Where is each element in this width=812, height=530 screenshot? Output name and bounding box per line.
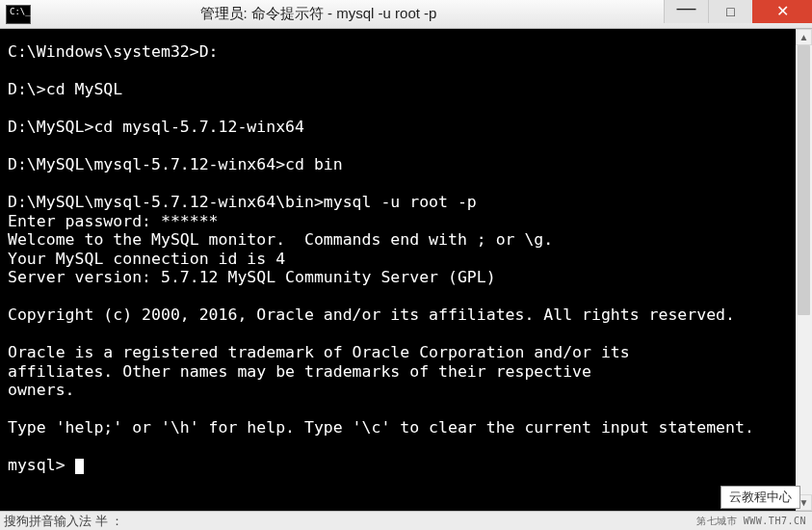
close-button[interactable]: ✕ <box>752 0 812 23</box>
terminal-line: C:\Windows\system32>D: <box>8 42 794 62</box>
terminal-line <box>8 62 794 81</box>
terminal-line: Server version: 5.7.12 MySQL Community S… <box>8 268 794 287</box>
window-controls: — □ ✕ <box>664 0 812 29</box>
maximize-button[interactable]: □ <box>708 0 752 23</box>
terminal-line: Welcome to the MySQL monitor. Commands e… <box>8 230 794 250</box>
terminal-line: Type 'help;' or '\h' for help. Type '\c'… <box>8 418 794 437</box>
terminal-line: Oracle is a registered trademark of Orac… <box>8 343 794 362</box>
scroll-up-button[interactable]: ▲ <box>796 29 812 45</box>
ime-text: 搜狗拼音输入法 半 ： <box>4 512 123 530</box>
ime-status-bar: 搜狗拼音输入法 半 ： <box>0 511 812 530</box>
terminal-line: Your MySQL connection id is 4 <box>8 250 794 269</box>
terminal-line <box>8 325 794 344</box>
scrollbar[interactable]: ▲ ▼ <box>796 29 812 511</box>
terminal-line <box>8 287 794 306</box>
terminal-area: C:\Windows\system32>D:D:\>cd MySQLD:\MyS… <box>0 29 812 511</box>
minimize-button[interactable]: — <box>664 0 708 23</box>
scrollbar-track[interactable] <box>796 45 812 494</box>
terminal-line <box>8 437 794 457</box>
footer-credit: 第七城市 WWW.TH7.CN <box>696 515 806 528</box>
terminal-line: D:\MySQL\mysql-5.7.12-winx64\bin>mysql -… <box>8 193 794 212</box>
terminal-line: Enter password: ****** <box>8 212 794 231</box>
terminal-line: D:\MySQL>cd mysql-5.7.12-winx64 <box>8 118 794 137</box>
terminal-line: affiliates. Other names may be trademark… <box>8 362 794 382</box>
terminal-line: Copyright (c) 2000, 2016, Oracle and/or … <box>8 305 794 325</box>
terminal-line: D:\>cd MySQL <box>8 80 794 99</box>
terminal[interactable]: C:\Windows\system32>D:D:\>cd MySQLD:\MyS… <box>0 29 794 511</box>
cursor <box>75 459 84 474</box>
terminal-line: D:\MySQL\mysql-5.7.12-winx64>cd bin <box>8 155 794 174</box>
terminal-prompt[interactable]: mysql> <box>8 456 794 475</box>
terminal-line: owners. <box>8 381 794 400</box>
watermark-badge: 云教程中心 <box>720 486 800 509</box>
terminal-line <box>8 400 794 419</box>
window-title: 管理员: 命令提示符 - mysql -u root -p <box>0 5 664 23</box>
terminal-line <box>8 137 794 156</box>
scrollbar-thumb[interactable] <box>798 45 810 315</box>
terminal-line <box>8 99 794 119</box>
titlebar[interactable]: C:\_ 管理员: 命令提示符 - mysql -u root -p — □ ✕ <box>0 0 812 29</box>
terminal-line <box>8 174 794 194</box>
